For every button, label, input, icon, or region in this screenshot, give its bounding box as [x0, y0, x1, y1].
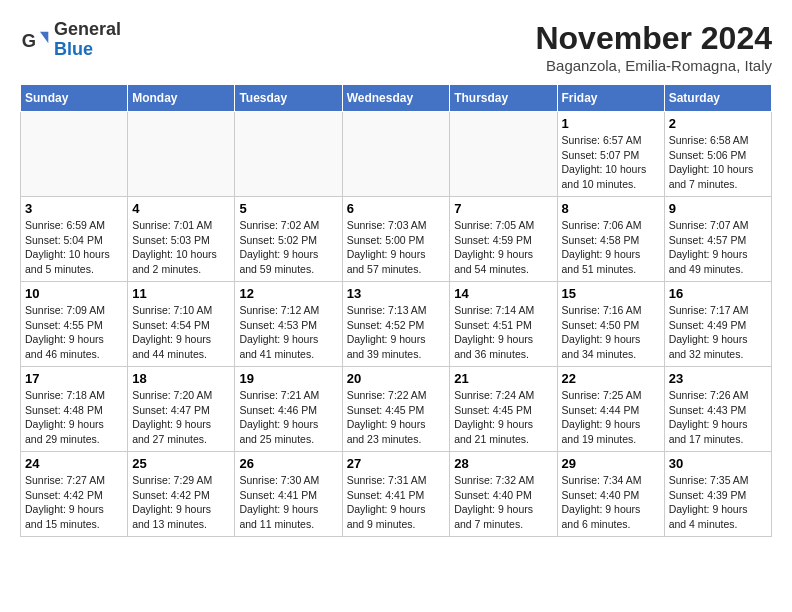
day-number: 23 [669, 371, 767, 386]
calendar-cell: 28Sunrise: 7:32 AM Sunset: 4:40 PM Dayli… [450, 452, 557, 537]
day-info: Sunrise: 7:30 AM Sunset: 4:41 PM Dayligh… [239, 473, 337, 532]
day-info: Sunrise: 7:21 AM Sunset: 4:46 PM Dayligh… [239, 388, 337, 447]
calendar-cell: 18Sunrise: 7:20 AM Sunset: 4:47 PM Dayli… [128, 367, 235, 452]
day-number: 13 [347, 286, 446, 301]
weekday-header: Sunday [21, 85, 128, 112]
day-info: Sunrise: 7:07 AM Sunset: 4:57 PM Dayligh… [669, 218, 767, 277]
calendar-week-row: 10Sunrise: 7:09 AM Sunset: 4:55 PM Dayli… [21, 282, 772, 367]
day-info: Sunrise: 7:13 AM Sunset: 4:52 PM Dayligh… [347, 303, 446, 362]
svg-text:G: G [22, 29, 36, 50]
day-number: 9 [669, 201, 767, 216]
day-info: Sunrise: 7:29 AM Sunset: 4:42 PM Dayligh… [132, 473, 230, 532]
logo-icon: G [20, 25, 50, 55]
calendar-cell: 23Sunrise: 7:26 AM Sunset: 4:43 PM Dayli… [664, 367, 771, 452]
calendar-cell: 30Sunrise: 7:35 AM Sunset: 4:39 PM Dayli… [664, 452, 771, 537]
calendar-cell: 5Sunrise: 7:02 AM Sunset: 5:02 PM Daylig… [235, 197, 342, 282]
day-number: 27 [347, 456, 446, 471]
day-info: Sunrise: 7:14 AM Sunset: 4:51 PM Dayligh… [454, 303, 552, 362]
calendar-cell: 26Sunrise: 7:30 AM Sunset: 4:41 PM Dayli… [235, 452, 342, 537]
day-number: 11 [132, 286, 230, 301]
calendar-cell [342, 112, 450, 197]
calendar-cell [450, 112, 557, 197]
day-number: 25 [132, 456, 230, 471]
weekday-header: Tuesday [235, 85, 342, 112]
calendar-cell: 11Sunrise: 7:10 AM Sunset: 4:54 PM Dayli… [128, 282, 235, 367]
calendar-cell: 17Sunrise: 7:18 AM Sunset: 4:48 PM Dayli… [21, 367, 128, 452]
day-info: Sunrise: 7:26 AM Sunset: 4:43 PM Dayligh… [669, 388, 767, 447]
calendar-cell: 8Sunrise: 7:06 AM Sunset: 4:58 PM Daylig… [557, 197, 664, 282]
day-number: 26 [239, 456, 337, 471]
calendar-cell: 1Sunrise: 6:57 AM Sunset: 5:07 PM Daylig… [557, 112, 664, 197]
calendar-cell [128, 112, 235, 197]
day-number: 1 [562, 116, 660, 131]
calendar-cell: 13Sunrise: 7:13 AM Sunset: 4:52 PM Dayli… [342, 282, 450, 367]
weekday-header-row: SundayMondayTuesdayWednesdayThursdayFrid… [21, 85, 772, 112]
day-info: Sunrise: 7:24 AM Sunset: 4:45 PM Dayligh… [454, 388, 552, 447]
day-info: Sunrise: 7:25 AM Sunset: 4:44 PM Dayligh… [562, 388, 660, 447]
day-number: 21 [454, 371, 552, 386]
day-number: 10 [25, 286, 123, 301]
day-number: 15 [562, 286, 660, 301]
calendar-cell: 19Sunrise: 7:21 AM Sunset: 4:46 PM Dayli… [235, 367, 342, 452]
month-title: November 2024 [535, 20, 772, 57]
day-info: Sunrise: 7:05 AM Sunset: 4:59 PM Dayligh… [454, 218, 552, 277]
calendar-cell: 16Sunrise: 7:17 AM Sunset: 4:49 PM Dayli… [664, 282, 771, 367]
weekday-header: Friday [557, 85, 664, 112]
day-info: Sunrise: 7:18 AM Sunset: 4:48 PM Dayligh… [25, 388, 123, 447]
day-number: 28 [454, 456, 552, 471]
calendar-cell: 4Sunrise: 7:01 AM Sunset: 5:03 PM Daylig… [128, 197, 235, 282]
calendar-cell: 20Sunrise: 7:22 AM Sunset: 4:45 PM Dayli… [342, 367, 450, 452]
day-number: 24 [25, 456, 123, 471]
day-number: 18 [132, 371, 230, 386]
day-info: Sunrise: 7:35 AM Sunset: 4:39 PM Dayligh… [669, 473, 767, 532]
day-info: Sunrise: 7:32 AM Sunset: 4:40 PM Dayligh… [454, 473, 552, 532]
calendar-cell: 25Sunrise: 7:29 AM Sunset: 4:42 PM Dayli… [128, 452, 235, 537]
weekday-header: Wednesday [342, 85, 450, 112]
svg-marker-1 [40, 31, 48, 43]
day-number: 8 [562, 201, 660, 216]
calendar-week-row: 24Sunrise: 7:27 AM Sunset: 4:42 PM Dayli… [21, 452, 772, 537]
calendar-table: SundayMondayTuesdayWednesdayThursdayFrid… [20, 84, 772, 537]
calendar-cell: 29Sunrise: 7:34 AM Sunset: 4:40 PM Dayli… [557, 452, 664, 537]
day-number: 7 [454, 201, 552, 216]
day-number: 5 [239, 201, 337, 216]
day-info: Sunrise: 7:31 AM Sunset: 4:41 PM Dayligh… [347, 473, 446, 532]
calendar-week-row: 17Sunrise: 7:18 AM Sunset: 4:48 PM Dayli… [21, 367, 772, 452]
day-number: 29 [562, 456, 660, 471]
logo: G General Blue [20, 20, 121, 60]
weekday-header: Saturday [664, 85, 771, 112]
day-number: 22 [562, 371, 660, 386]
calendar-cell: 7Sunrise: 7:05 AM Sunset: 4:59 PM Daylig… [450, 197, 557, 282]
calendar-cell: 6Sunrise: 7:03 AM Sunset: 5:00 PM Daylig… [342, 197, 450, 282]
day-info: Sunrise: 7:22 AM Sunset: 4:45 PM Dayligh… [347, 388, 446, 447]
day-number: 17 [25, 371, 123, 386]
calendar-cell: 21Sunrise: 7:24 AM Sunset: 4:45 PM Dayli… [450, 367, 557, 452]
day-number: 19 [239, 371, 337, 386]
calendar-cell: 14Sunrise: 7:14 AM Sunset: 4:51 PM Dayli… [450, 282, 557, 367]
calendar-cell [235, 112, 342, 197]
logo-text: General Blue [54, 20, 121, 60]
logo-general: General [54, 19, 121, 39]
calendar-week-row: 1Sunrise: 6:57 AM Sunset: 5:07 PM Daylig… [21, 112, 772, 197]
location-subtitle: Baganzola, Emilia-Romagna, Italy [535, 57, 772, 74]
day-number: 12 [239, 286, 337, 301]
calendar-cell: 15Sunrise: 7:16 AM Sunset: 4:50 PM Dayli… [557, 282, 664, 367]
calendar-cell: 3Sunrise: 6:59 AM Sunset: 5:04 PM Daylig… [21, 197, 128, 282]
logo-blue: Blue [54, 39, 93, 59]
day-number: 3 [25, 201, 123, 216]
day-number: 6 [347, 201, 446, 216]
day-info: Sunrise: 7:03 AM Sunset: 5:00 PM Dayligh… [347, 218, 446, 277]
calendar-cell: 12Sunrise: 7:12 AM Sunset: 4:53 PM Dayli… [235, 282, 342, 367]
day-number: 4 [132, 201, 230, 216]
day-info: Sunrise: 7:20 AM Sunset: 4:47 PM Dayligh… [132, 388, 230, 447]
weekday-header: Monday [128, 85, 235, 112]
day-info: Sunrise: 6:59 AM Sunset: 5:04 PM Dayligh… [25, 218, 123, 277]
day-info: Sunrise: 7:06 AM Sunset: 4:58 PM Dayligh… [562, 218, 660, 277]
page-header: G General Blue November 2024 Baganzola, … [20, 20, 772, 74]
day-info: Sunrise: 6:57 AM Sunset: 5:07 PM Dayligh… [562, 133, 660, 192]
calendar-cell: 27Sunrise: 7:31 AM Sunset: 4:41 PM Dayli… [342, 452, 450, 537]
calendar-cell: 22Sunrise: 7:25 AM Sunset: 4:44 PM Dayli… [557, 367, 664, 452]
weekday-header: Thursday [450, 85, 557, 112]
day-info: Sunrise: 7:12 AM Sunset: 4:53 PM Dayligh… [239, 303, 337, 362]
calendar-cell: 10Sunrise: 7:09 AM Sunset: 4:55 PM Dayli… [21, 282, 128, 367]
